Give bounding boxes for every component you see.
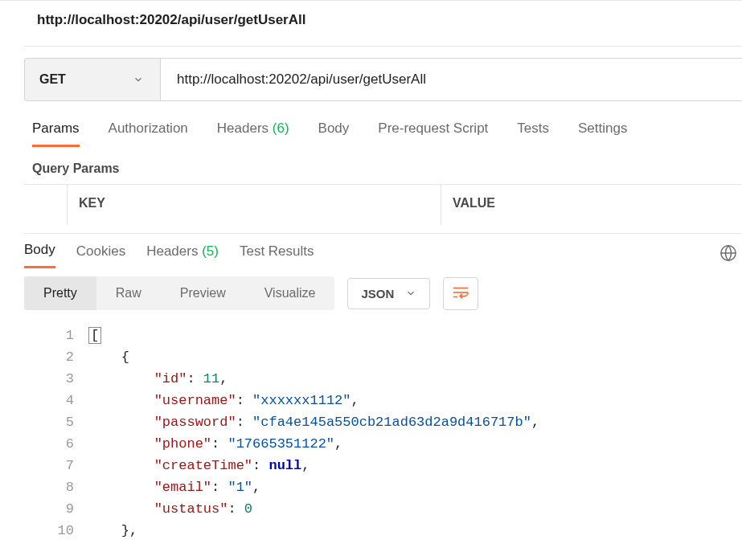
tab-tests[interactable]: Tests	[517, 121, 549, 147]
tab-settings[interactable]: Settings	[578, 121, 627, 147]
line-number: 2	[24, 346, 74, 368]
code-line: [	[88, 325, 742, 346]
line-number: 7	[24, 455, 74, 476]
line-number: 8	[24, 476, 74, 498]
wrap-lines-button[interactable]	[443, 277, 478, 310]
tab-pre-request-script[interactable]: Pre-request Script	[378, 121, 488, 147]
request-tabs: ParamsAuthorizationHeaders (6)BodyPre-re…	[24, 121, 742, 147]
tab-headers[interactable]: Headers (6)	[217, 121, 289, 147]
method-select[interactable]: GET	[25, 59, 161, 100]
code-line: "phone": "17665351122",	[88, 433, 742, 455]
line-number: 1	[24, 325, 74, 346]
line-gutter: 12345678910	[24, 325, 88, 542]
response-body-viewer[interactable]: 12345678910 [ { "id": 11, "username": "x…	[24, 325, 742, 542]
line-number: 6	[24, 433, 74, 455]
code-content: [ { "id": 11, "username": "xxxxxx1112", …	[88, 325, 742, 542]
line-number: 4	[24, 390, 74, 411]
globe-icon[interactable]	[719, 244, 737, 266]
tab-raw[interactable]: Raw	[96, 276, 161, 310]
request-bar: GET	[24, 58, 742, 101]
request-title: http://localhost:20202/api/user/getUserA…	[0, 1, 742, 46]
query-params-header: Query Params	[24, 157, 742, 184]
tab-pretty[interactable]: Pretty	[24, 276, 96, 310]
line-number: 10	[24, 520, 74, 542]
tab-authorization[interactable]: Authorization	[109, 121, 188, 147]
tab-preview[interactable]: Preview	[161, 276, 245, 310]
code-line: "id": 11,	[88, 368, 742, 390]
code-line: "ustatus": 0	[88, 498, 742, 520]
tab-params[interactable]: Params	[32, 121, 80, 147]
code-line: },	[88, 520, 742, 542]
line-number: 5	[24, 411, 74, 433]
url-input[interactable]	[161, 59, 742, 100]
chevron-down-icon	[133, 74, 144, 85]
params-table-gutter	[24, 185, 68, 225]
method-label: GET	[39, 72, 66, 87]
view-bar: PrettyRawPreviewVisualize JSON	[24, 276, 742, 310]
tab-visualize[interactable]: Visualize	[245, 276, 335, 310]
line-number: 9	[24, 498, 74, 520]
tab-body[interactable]: Body	[318, 121, 350, 147]
line-number: 3	[24, 368, 74, 390]
tab-count: (6)	[269, 121, 289, 136]
response-tab-test-results[interactable]: Test Results	[240, 243, 314, 268]
response-tab-cookies[interactable]: Cookies	[76, 243, 125, 268]
params-key-header: KEY	[68, 185, 441, 225]
view-mode-tabs: PrettyRawPreviewVisualize	[24, 276, 334, 310]
params-table: KEY VALUE	[24, 184, 742, 225]
response-tab-headers[interactable]: Headers (5)	[146, 243, 219, 268]
code-line: "createTime": null,	[88, 455, 742, 476]
tab-count: (5)	[198, 243, 219, 259]
code-line: "username": "xxxxxx1112",	[88, 390, 742, 411]
params-value-header: VALUE	[441, 185, 742, 225]
chevron-down-icon	[405, 288, 416, 299]
code-line: "email": "1",	[88, 476, 742, 498]
code-line: "password": "cfa4e145a550cb21ad63d2a9d41…	[88, 411, 742, 433]
format-select-label: JSON	[361, 287, 394, 300]
code-line: {	[88, 346, 742, 368]
response-tab-body[interactable]: Body	[24, 242, 55, 268]
format-select[interactable]: JSON	[347, 278, 430, 309]
response-tabs: BodyCookiesHeaders (5)Test Results	[24, 242, 742, 268]
